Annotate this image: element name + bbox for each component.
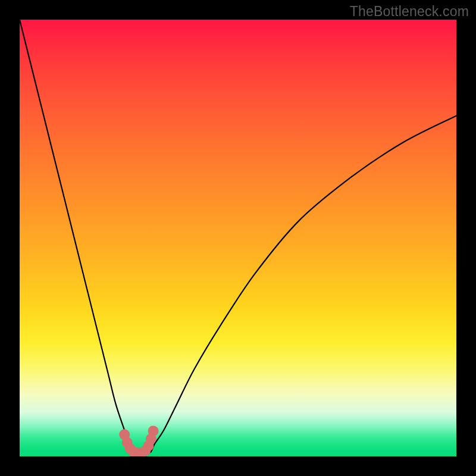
chart-plot-area	[20, 20, 456, 456]
watermark-text: TheBottleneck.com	[350, 4, 469, 20]
chart-frame: TheBottleneck.com	[0, 0, 476, 476]
bottleneck-curve	[20, 20, 456, 456]
curve-path	[20, 20, 456, 453]
sweet-spot-marker	[148, 425, 159, 436]
sweet-spot-markers	[119, 425, 158, 456]
